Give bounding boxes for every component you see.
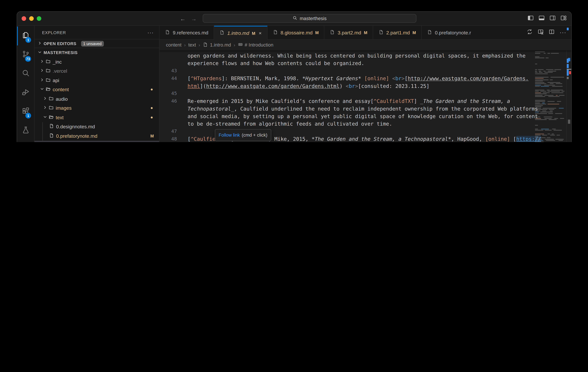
close-window-button[interactable] — [21, 16, 26, 21]
code-line-wrap[interactable]: experience flows and how Web contents co… — [159, 60, 534, 67]
close-tab-icon[interactable]: × — [259, 30, 262, 36]
breadcrumb-item-# Introduction[interactable]: # Introduction — [238, 42, 273, 48]
tab-label: 9.references.md — [173, 30, 208, 35]
layout-controls — [527, 12, 567, 25]
activity-item-extensions[interactable]: 1 — [17, 102, 34, 121]
code-line-wrap[interactable]: to be de-streamed from algorithmic feeds… — [159, 120, 534, 128]
chevron-right-icon — [40, 78, 44, 83]
code-text — [177, 67, 188, 74]
tab-1.intro.md[interactable]: 1.intro.mdM× — [214, 26, 267, 40]
minimap[interactable] — [535, 50, 567, 142]
code-area[interactable]: open gardens and wilderness. While being… — [159, 52, 534, 142]
project-name: MASTERTHESIS — [43, 50, 78, 55]
tree-item-api[interactable]: api — [34, 76, 159, 85]
tree-item-label: _inc — [53, 59, 62, 65]
open-preview-side-icon[interactable] — [538, 29, 544, 36]
tab-modified-badge: M — [364, 30, 367, 35]
terminal-scrollbar[interactable] — [567, 12, 570, 142]
code-line-46[interactable]: 46Re-emerged in 2015 by Mike Caulfield’s… — [159, 97, 534, 105]
toggle-panel-icon[interactable] — [538, 15, 545, 22]
command-center-search[interactable]: masterthesis — [203, 14, 416, 23]
tab-0.prefatorynote.r[interactable]: 0.prefatorynote.r — [422, 26, 472, 39]
code-line-wrap[interactable]: and social media, by setting up a person… — [159, 112, 534, 120]
chevron-right-icon — [43, 96, 47, 102]
line-number — [159, 60, 177, 67]
tree-item-0.prefatorynote.md[interactable]: 0.prefatorynote.mdM — [34, 131, 159, 141]
breadcrumb-label: # Introduction — [245, 42, 273, 48]
tab-8.glossaire.md[interactable]: 8.glossaire.mdM — [267, 26, 324, 39]
code-text: [^HTgardens]: BERNSTEIN, Mark, 1998. *Hy… — [177, 75, 529, 82]
tooltip-hint-text: (cmd + click) — [242, 132, 267, 138]
split-editor-icon[interactable] — [549, 29, 555, 36]
tab-modified-badge: M — [412, 30, 416, 35]
vscode-window: ← → masterthesis 1731 EXPLORER ··· OPEN … — [17, 11, 572, 142]
activity-badge: 1 — [25, 37, 31, 43]
tree-item-1.intro.md[interactable]: 1.intro.mdM — [34, 141, 159, 142]
activity-item-source-control[interactable]: 73 — [17, 45, 34, 64]
chevron-right-icon — [37, 41, 42, 46]
more-actions-icon[interactable]: ··· — [560, 29, 567, 36]
project-section-header[interactable]: MASTERTHESIS — [34, 48, 159, 57]
toggle-secondary-sidebar-icon[interactable] — [549, 15, 556, 22]
toggle-sidebar-icon[interactable] — [527, 15, 534, 22]
line-number: 47 — [159, 128, 177, 135]
line-number — [159, 120, 177, 128]
file-icon — [49, 123, 54, 130]
activity-item-testing[interactable] — [17, 121, 34, 140]
open-editors-section[interactable]: OPEN EDITORS 1 unsaved — [34, 39, 159, 48]
breadcrumb-label: 1.intro.md — [210, 42, 231, 48]
tab-2.part1.md[interactable]: 2.part1.mdM — [373, 26, 422, 39]
breadcrumb-item-content[interactable]: content — [166, 42, 181, 48]
file-icon — [165, 29, 170, 36]
file-icon — [330, 29, 335, 36]
tab-3.part2.md[interactable]: 3.part2.mdM — [324, 26, 373, 39]
activity-item-run-debug[interactable] — [17, 83, 34, 102]
forward-icon[interactable]: → — [191, 15, 197, 22]
line-number: 43 — [159, 67, 177, 74]
tree-item-label: content — [53, 87, 69, 92]
line-number — [159, 82, 177, 90]
tree-item-images[interactable]: images — [34, 103, 159, 113]
symbol-icon — [238, 42, 243, 48]
tree-item-label: text — [56, 115, 64, 120]
breadcrumb-label: content — [166, 42, 181, 48]
chevron-down-icon — [43, 115, 47, 120]
code-line-44[interactable]: 44[^HTgardens]: BERNSTEIN, Mark, 1998. *… — [159, 75, 534, 82]
open-changes-icon[interactable] — [527, 29, 533, 36]
folder-icon — [45, 59, 51, 65]
activity-item-explorer[interactable]: 1 — [17, 26, 34, 45]
editor-group: 9.references.md1.intro.mdM×8.glossaire.m… — [159, 26, 571, 142]
code-line-43[interactable]: 43 — [159, 67, 534, 74]
tree-item-audio[interactable]: audio — [34, 94, 159, 103]
tab-label: 2.part1.md — [386, 30, 410, 35]
customize-layout-icon[interactable] — [560, 15, 567, 22]
tree-item-0.designnotes.md[interactable]: 0.designnotes.md — [34, 122, 159, 131]
code-line-wrap[interactable]: open gardens and wilderness. While being… — [159, 52, 534, 60]
editor[interactable]: open gardens and wilderness. While being… — [159, 50, 571, 142]
activity-item-search[interactable] — [17, 64, 34, 83]
tab-label: 3.part2.md — [338, 30, 361, 35]
minimize-window-button[interactable] — [29, 16, 34, 21]
breadcrumb-item-text[interactable]: text — [188, 42, 196, 48]
breadcrumb-separator: › — [234, 42, 235, 48]
code-line-wrap[interactable]: Technopastoral_, Caulfield underlined th… — [159, 105, 534, 112]
zoom-window-button[interactable] — [37, 16, 41, 21]
tree-item-_inc[interactable]: _inc — [34, 57, 159, 66]
tooltip-link-text[interactable]: Follow link — [219, 132, 240, 138]
explorer-more-actions-icon[interactable]: ··· — [147, 30, 154, 35]
tree-item-content[interactable]: content — [34, 85, 159, 94]
activity-item-chat[interactable] — [17, 140, 34, 142]
line-number: 44 — [159, 75, 177, 82]
tab-modified-badge: M — [252, 31, 255, 35]
code-line-45[interactable]: 45 — [159, 90, 534, 97]
history-navigation: ← → — [180, 12, 197, 25]
code-line-wrap[interactable]: html](http://www.eastgate.com/garden/Gar… — [159, 82, 534, 90]
code-text: html](http://www.eastgate.com/garden/Gar… — [177, 82, 430, 90]
back-icon[interactable]: ← — [180, 15, 186, 22]
breadcrumb-separator: › — [199, 42, 200, 48]
breadcrumb-item-1.intro.md[interactable]: 1.intro.md — [203, 42, 231, 48]
tree-item-text[interactable]: text — [34, 113, 159, 122]
tab-9.references.md[interactable]: 9.references.md — [159, 26, 214, 39]
code-text — [177, 90, 188, 97]
tree-item-.vercel[interactable]: .vercel — [34, 67, 159, 76]
